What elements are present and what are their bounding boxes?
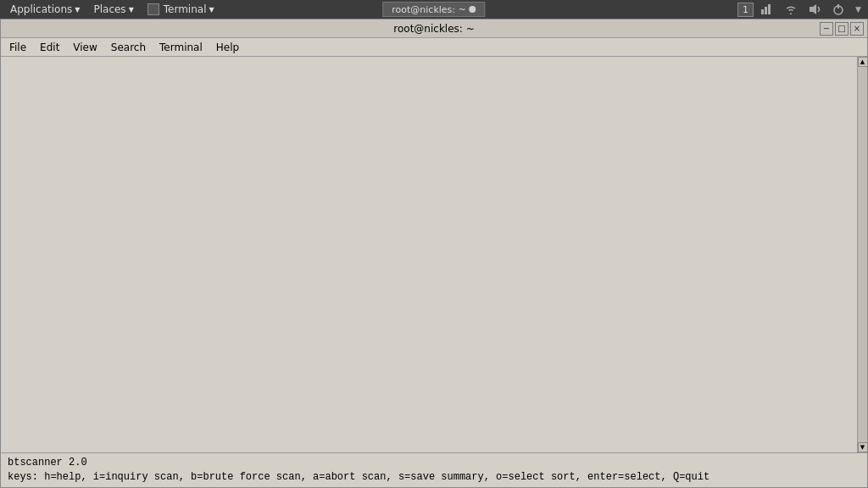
menu-view[interactable]: View [68, 40, 102, 55]
terminal-arrow: ▼ [209, 6, 214, 14]
terminal-window: root@nickles: ~ − □ × File Edit View Sea… [0, 19, 868, 488]
terminal-scrollbar[interactable]: ▲ ▼ [857, 57, 867, 452]
task-dot [470, 6, 476, 13]
terminal-title: root@nickles: ~ [393, 23, 474, 35]
svg-rect-0 [761, 9, 764, 14]
power-tray-icon [828, 1, 849, 18]
wifi-tray-icon [781, 1, 801, 18]
svg-rect-2 [768, 4, 771, 14]
menu-edit[interactable]: Edit [35, 40, 64, 55]
scroll-track[interactable] [858, 67, 867, 442]
status-line-2: keys: h=help, i=inquiry scan, b=brute fo… [8, 470, 860, 485]
terminal-statusbar: btscanner 2.0 keys: h=help, i=inquiry sc… [1, 453, 867, 487]
workspace-indicator[interactable]: 1 [737, 3, 754, 17]
applications-menu[interactable]: Applications ▼ [3, 0, 86, 19]
network-tray-icon [757, 1, 777, 18]
menu-help[interactable]: Help [211, 40, 244, 55]
menu-search[interactable]: Search [106, 40, 151, 55]
terminal-icon [147, 3, 159, 15]
places-arrow: ▼ [129, 6, 134, 14]
system-bar-left: Applications ▼ Places ▼ Terminal ▼ [3, 0, 221, 19]
applications-label: Applications [10, 3, 72, 15]
task-button-label: root@nickles: ~ [392, 4, 465, 15]
terminal-menubar: File Edit View Search Terminal Help [1, 38, 867, 57]
system-bar-center: root@nickles: ~ [382, 2, 485, 17]
volume-tray-icon [804, 1, 825, 18]
close-button[interactable]: × [850, 22, 864, 36]
menu-terminal[interactable]: Terminal [154, 40, 208, 55]
applications-arrow: ▼ [75, 6, 80, 14]
scroll-up-button[interactable]: ▲ [858, 57, 868, 67]
maximize-button[interactable]: □ [835, 22, 849, 36]
places-label: Places [93, 3, 125, 15]
system-bar-right: 1 ▼ [737, 1, 865, 18]
terminal-main: ▲ ▼ btscanner 2.0 keys: h=help, i=inquir… [1, 57, 867, 487]
minimize-button[interactable]: − [820, 22, 833, 36]
dropdown-tray[interactable]: ▼ [852, 3, 865, 15]
terminal-content-area[interactable]: ▲ ▼ [1, 57, 867, 453]
system-bar: Applications ▼ Places ▼ Terminal ▼ root@… [0, 0, 868, 19]
svg-rect-1 [765, 7, 767, 14]
terminal-menu[interactable]: Terminal ▼ [141, 0, 221, 19]
svg-marker-3 [810, 4, 816, 14]
terminal-label: Terminal [164, 3, 207, 15]
terminal-controls: − □ × [820, 22, 864, 36]
places-menu[interactable]: Places ▼ [86, 0, 140, 19]
menu-file[interactable]: File [4, 40, 31, 55]
terminal-titlebar: root@nickles: ~ − □ × [1, 19, 867, 38]
task-button[interactable]: root@nickles: ~ [382, 2, 485, 17]
scroll-down-button[interactable]: ▼ [858, 442, 868, 452]
status-line-1: btscanner 2.0 [8, 456, 860, 470]
